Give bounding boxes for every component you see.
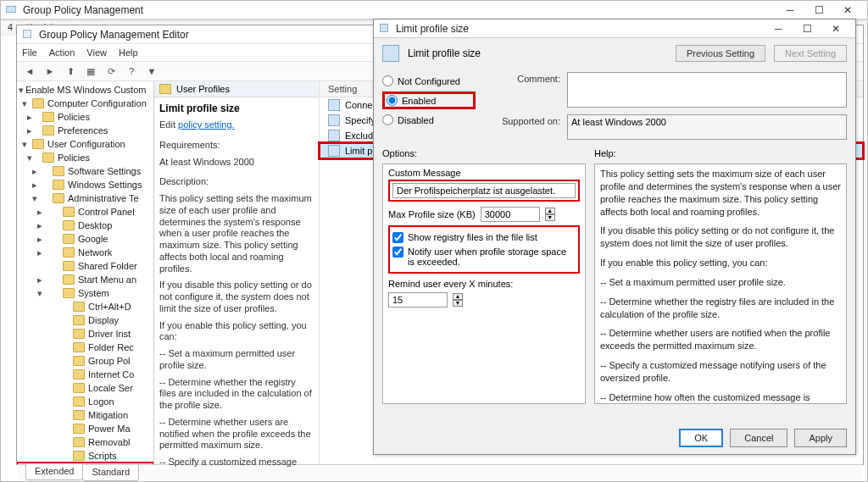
tree-power[interactable]: Power Ma (17, 422, 153, 435)
menu-view[interactable]: View (86, 47, 107, 58)
help-text: This policy setting sets the maximum siz… (600, 168, 841, 218)
detail-tabs: Extended Standard (17, 464, 863, 481)
radio-enabled[interactable]: Enabled (387, 95, 471, 106)
tab-extended[interactable]: Extended (25, 464, 83, 480)
tree-logon[interactable]: Logon (17, 395, 153, 408)
show-hide-button[interactable]: ▦ (83, 64, 98, 79)
max-size-input[interactable] (481, 207, 540, 222)
remind-input[interactable] (388, 292, 448, 307)
comment-label: Comment: (492, 72, 560, 84)
policy-icon (382, 45, 399, 62)
folder-icon (159, 84, 171, 94)
apply-button[interactable]: Apply (794, 429, 847, 447)
help-label: Help: (594, 148, 616, 158)
tree-scripts[interactable]: Scripts (17, 449, 153, 463)
req-text: At least Windows 2000 (159, 157, 314, 169)
tree-admin-templates[interactable]: ▾Administrative Te (17, 191, 153, 205)
gpmc-titlebar: Group Policy Management ─ ☐ ✕ (1, 1, 867, 19)
tree-system[interactable]: ▾System (17, 286, 153, 300)
tab-standard[interactable]: Standard (82, 465, 139, 481)
refresh-button[interactable]: ⟳ (103, 64, 119, 79)
tree-control-panel[interactable]: ▸Control Panel (17, 205, 153, 219)
options-label: Options: (382, 148, 586, 158)
tree-removable[interactable]: Removabl (17, 435, 153, 449)
cancel-button[interactable]: Cancel (730, 429, 787, 447)
custom-message-label: Custom Message (388, 168, 580, 178)
remind-spinner[interactable]: ▲▼ (453, 293, 463, 307)
tree-root[interactable]: ▾Enable MS Windows Custom (17, 83, 153, 97)
tree-group-policy[interactable]: Group Pol (17, 354, 153, 368)
help-text: -- Determine how often the customized me… (600, 391, 841, 404)
ok-button[interactable]: OK (679, 429, 723, 447)
tree-desktop[interactable]: ▸Desktop (17, 219, 153, 232)
tree-mitigation[interactable]: Mitigation (17, 408, 153, 422)
forward-button[interactable]: ► (42, 64, 58, 79)
edit-policy-link[interactable]: policy setting. (178, 119, 235, 130)
tree-start-menu[interactable]: ▸Start Menu an (17, 273, 153, 286)
custom-message-input[interactable] (392, 183, 576, 198)
up-button[interactable]: ⬆ (63, 64, 78, 79)
help-text: If you disable this policy setting or do… (600, 224, 841, 250)
options-pane: Custom Message Max Profile size (KB) ▲▼ … (382, 163, 586, 404)
menu-file[interactable]: File (22, 47, 37, 58)
tree-internet-comm[interactable]: Internet Co (17, 368, 153, 381)
help-text: -- Set a maximum permitted user profile … (600, 276, 841, 289)
back-button[interactable]: ◄ (22, 64, 37, 79)
close-button[interactable]: ✕ (833, 2, 862, 19)
policy-icon (328, 130, 340, 141)
minimize-button[interactable]: ─ (776, 2, 804, 19)
dialog-minimize-button[interactable]: ─ (764, 20, 793, 37)
detail-header: User Profiles (154, 81, 319, 97)
notify-user-checkbox[interactable]: Notify user when profile storage space i… (392, 247, 576, 267)
dialog-maximize-button[interactable]: ☐ (793, 20, 821, 37)
edit-policy-link-row: Edit policy setting. (159, 119, 314, 131)
tree-sw-settings[interactable]: ▸Software Settings (17, 164, 153, 178)
detail-description: User Profiles Limit profile size Edit po… (154, 81, 320, 464)
tree-display[interactable]: Display (17, 313, 153, 327)
tree-ctrl-alt-del[interactable]: Ctrl+Alt+D (17, 300, 153, 313)
dialog-icon (379, 23, 391, 35)
tree-uc-policies[interactable]: ▾Policies (17, 151, 153, 164)
maximize-button[interactable]: ☐ (804, 2, 833, 19)
help-pane[interactable]: This policy setting sets the maximum siz… (594, 163, 847, 404)
tree-user-config[interactable]: ▾User Configuration (17, 137, 153, 151)
filter-button[interactable]: ▼ (144, 64, 159, 79)
radio-not-configured[interactable]: Not Configured (382, 75, 476, 86)
desc-b4: -- Specify a customized message (159, 457, 314, 468)
state-radios: Not Configured Enabled Disabled (382, 72, 476, 140)
comment-input[interactable] (567, 72, 847, 108)
svg-rect-1 (24, 30, 31, 37)
tree-locale[interactable]: Locale Ser (17, 381, 153, 395)
gpmc-icon (6, 4, 18, 16)
gpme-icon (22, 29, 34, 41)
menu-help[interactable]: Help (119, 47, 138, 58)
tree-folder-redir[interactable]: Folder Rec (17, 341, 153, 354)
tree-cc-prefs[interactable]: ▸Preferences (17, 124, 153, 137)
remind-label: Remind user every X minutes: (388, 279, 580, 289)
show-registry-checkbox[interactable]: Show registry files in the file list (392, 232, 576, 243)
tree-driver-install[interactable]: Driver Inst (17, 327, 153, 341)
desc-3: If you enable this policy setting, you c… (159, 320, 314, 344)
svg-rect-2 (381, 24, 388, 31)
req-label: Requirements: (159, 140, 314, 152)
help-button[interactable]: ? (124, 64, 139, 79)
supported-label: Supported on: (492, 114, 560, 126)
desc-b1: -- Set a maximum permitted user profile … (159, 348, 314, 372)
policy-icon (328, 145, 340, 157)
desc-2: If you disable this policy setting or do… (159, 280, 314, 314)
previous-setting-button[interactable]: Previous Setting (676, 45, 765, 62)
tree-computer-config[interactable]: ▾Computer Configuration (17, 97, 153, 110)
max-size-spinner[interactable]: ▲▼ (545, 208, 555, 221)
radio-disabled[interactable]: Disabled (382, 114, 476, 125)
tree-network[interactable]: ▸Network (17, 246, 153, 259)
tree-shared-folder[interactable]: Shared Folder (17, 259, 153, 273)
tree-win-settings[interactable]: ▸Windows Settings (17, 178, 153, 191)
dialog-title: Limit profile size (396, 23, 764, 35)
tree-google[interactable]: ▸Google (17, 232, 153, 246)
desc-b3: -- Determine whether users are notified … (159, 417, 314, 452)
tree-cc-policies[interactable]: ▸Policies (17, 110, 153, 124)
dialog-close-button[interactable]: ✕ (821, 20, 850, 37)
next-setting-button: Next Setting (774, 45, 847, 62)
menu-action[interactable]: Action (49, 47, 75, 58)
nav-tree[interactable]: ▾Enable MS Windows Custom ▾Computer Conf… (17, 81, 154, 464)
